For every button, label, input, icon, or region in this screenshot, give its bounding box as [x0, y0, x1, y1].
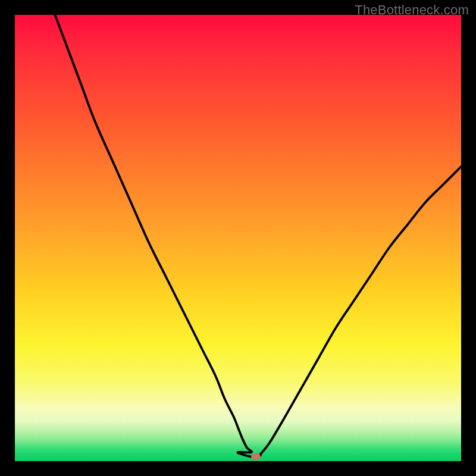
bottleneck-curve-svg: [15, 15, 461, 461]
optimum-marker: [251, 453, 261, 461]
chart-frame: TheBottleneck.com: [0, 0, 476, 476]
bottleneck-curve: [55, 15, 462, 457]
watermark-text: TheBottleneck.com: [355, 2, 469, 18]
plot-area: [15, 15, 461, 461]
